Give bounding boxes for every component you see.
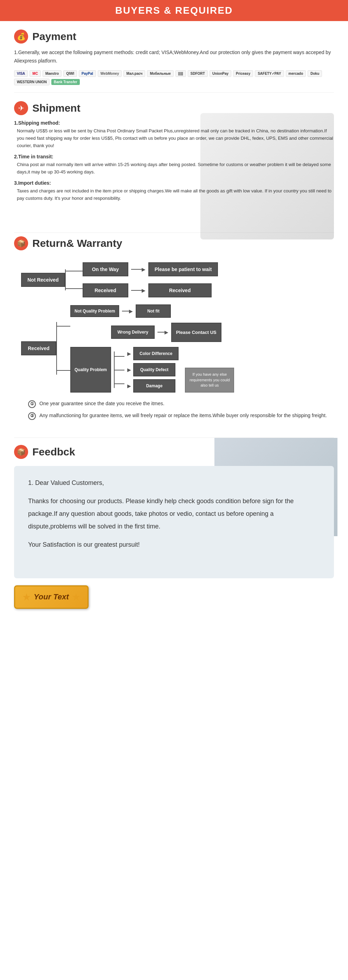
wrong-delivery-box: Wrong Delivery <box>111 326 155 339</box>
transit-time-text: China post air mail normally item will a… <box>14 161 334 176</box>
on-the-way-row: On the Way ▶ Please be patient to wait <box>83 262 218 276</box>
logo-bank: Bank Transfer <box>51 79 80 85</box>
feedback-section: 📦 Feedbck Feedback 1. Dear Valued Custom… <box>0 438 348 616</box>
shipment-heading: Shipment <box>32 102 80 114</box>
quality-defect-row: ▶ Quality Defect <box>127 363 179 376</box>
on-the-way-arrow: ▶ <box>131 267 145 272</box>
damage-box: Damage <box>133 379 176 393</box>
quality-problem-group: Quality Problem ▶ Color Difference <box>70 347 234 393</box>
received-box: Received <box>83 283 128 298</box>
feedback-greeting: 1. Dear Valued Customers, <box>28 476 320 489</box>
not-quality-group: Not Quality Problem ▶ Not fit <box>70 304 234 318</box>
feedback-icon: 📦 <box>14 445 28 459</box>
warranty-heading: Return& Warranty <box>32 237 122 249</box>
feedback-body: Thanks for choosing our products. Please… <box>28 495 320 533</box>
feedback-card: 1. Dear Valued Customers, Thanks for cho… <box>14 466 334 578</box>
received-result-box: Received <box>148 283 212 298</box>
warranty-icon: 📦 <box>14 236 28 250</box>
import-duties-text: Taxes and charges are not included in th… <box>14 187 334 202</box>
star-icon-right: ★ <box>72 591 80 603</box>
not-quality-box: Not Quality Problem <box>70 305 119 317</box>
logo-paypal: PayPal <box>79 70 96 77</box>
star-badge-text: Your Text <box>34 592 69 601</box>
received-flow: Received Not Quality Problem ▶ <box>21 304 327 393</box>
guarantee-list: ① One year guarantee since the date you … <box>28 399 327 420</box>
logo-mercado: mercado <box>286 70 306 77</box>
guarantee-num-1: ① <box>28 400 36 408</box>
payment-logos: VISA MC Maestro QIWI PayPal WebMoney Мал… <box>14 70 334 85</box>
wrong-delivery-arrow: ▶ <box>158 329 168 335</box>
logo-mastercard: MC <box>30 70 41 77</box>
logo-qiwi: QIWI <box>63 70 77 77</box>
logo-maestro: Maestro <box>43 70 62 77</box>
guarantee-item-1: ① One year guarantee since the date you … <box>28 399 327 408</box>
please-wait-box: Please be patient to wait <box>148 262 218 276</box>
transit-time-heading: 2.Time in transit: <box>14 154 334 159</box>
logo-doku: Doku <box>308 70 322 77</box>
not-received-flow: Not Received On the Way ▶ <box>21 262 327 298</box>
not-quality-arrow: ▶ <box>122 308 133 314</box>
logo-mobplatezh: Мобильные <box>147 70 173 77</box>
feedback-heading: Feedbck <box>32 446 75 458</box>
shipping-method-text: Normally US$5 or less will be sent by Ch… <box>14 127 334 150</box>
color-diff-row: ▶ Color Difference <box>127 347 179 360</box>
logo-webmoney: WebMoney <box>98 70 122 77</box>
shipment-text-content: 1.Shipping method: Normally US$5 or less… <box>14 120 334 202</box>
quality-defect-box: Quality Defect <box>133 363 176 376</box>
logo-unionpay: UnionPay <box>209 70 231 77</box>
warranty-title-row: 📦 Return& Warranty <box>14 236 334 250</box>
logo-malplatezh: Мал.расч <box>123 70 145 77</box>
logo-safety: SAFETY✓PAY <box>255 70 284 77</box>
color-diff-box: Color Difference <box>133 347 179 360</box>
flowchart: Not Received On the Way ▶ <box>14 255 334 431</box>
shipping-method-heading: 1.Shipping method: <box>14 120 334 126</box>
star-badge: ★ Your Text ★ <box>14 585 89 609</box>
payment-title-row: 💰 Payment <box>14 30 334 43</box>
contact-side: Please Contact US <box>171 323 222 342</box>
logo-priceasy: Priceasy <box>233 70 253 77</box>
received2-node: Received <box>21 304 56 393</box>
payment-section: 💰 Payment 1.Generally, we accept the fol… <box>0 21 348 92</box>
payment-heading: Payment <box>32 30 76 43</box>
received-row: Received ▶ Received <box>83 283 218 298</box>
received2-box: Received <box>21 341 56 355</box>
warranty-section: 📦 Return& Warranty Not Received <box>0 233 348 438</box>
else-box-container: If you have any else requirements you co… <box>185 347 234 393</box>
logo-barcode: ||||| <box>176 70 186 77</box>
import-duties-heading: 3.Import duties: <box>14 180 334 186</box>
nr-bracket <box>65 262 83 298</box>
not-received-box: Not Received <box>21 273 65 287</box>
shipment-icon: ✈ <box>14 101 28 115</box>
page-title: BUYERS & REQUIRED <box>0 5 348 16</box>
on-the-way-box: On the Way <box>83 262 128 276</box>
payment-icon: 💰 <box>14 30 28 43</box>
guarantee-text-1: One year guarantee since the date you re… <box>39 399 164 407</box>
please-contact-box: Please Contact US <box>171 323 222 342</box>
feedback-closing: Your Satisfaction is our greatest pursui… <box>28 538 320 551</box>
quality-groups: Not Quality Problem ▶ Not fit Wrong Deli… <box>70 304 234 393</box>
shipment-section: ✈ Shipment 1.Shipping method: Normally U… <box>0 93 348 232</box>
not-received-node: Not Received <box>21 262 65 298</box>
quality-sub-bracket <box>114 347 125 393</box>
logo-sdfort: SDFORT <box>188 70 208 77</box>
shipment-content-area: 1.Shipping method: Normally US$5 or less… <box>14 120 334 226</box>
star-badge-area: ★ Your Text ★ <box>14 585 334 609</box>
rec-bracket <box>56 304 70 393</box>
damage-row: ▶ Damage <box>127 379 179 393</box>
not-fit-box: Not fit <box>136 304 171 318</box>
logo-western: WESTERN UNION <box>14 79 49 85</box>
quality-sub-items: ▶ Color Difference ▶ Quality Defect <box>127 347 179 393</box>
star-icon-left: ★ <box>22 591 31 603</box>
received-arrow: ▶ <box>131 288 145 293</box>
guarantee-text-2: Any malfunctioning for gurantee items, w… <box>39 412 327 419</box>
logo-visa: VISA <box>14 70 28 77</box>
guarantee-item-2: ② Any malfunctioning for gurantee items,… <box>28 412 327 420</box>
nr-outcomes: On the Way ▶ Please be patient to wait R… <box>83 262 218 298</box>
else-box: If you have any else requirements you co… <box>185 368 234 392</box>
payment-paragraph: 1.Generally, we accept the following pay… <box>14 48 334 65</box>
wrong-delivery-row: Wrong Delivery ▶ Please Contact US <box>111 323 234 342</box>
quality-problem-box: Quality Problem <box>70 347 111 393</box>
page-header: BUYERS & REQUIRED <box>0 0 348 21</box>
guarantee-num-2: ② <box>28 412 36 420</box>
